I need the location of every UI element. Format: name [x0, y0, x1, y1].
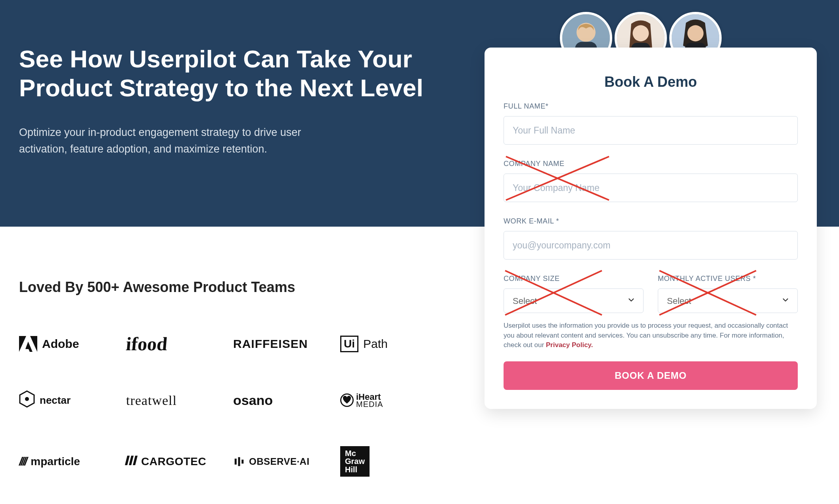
field-group-full-name: FULL NAME*	[504, 102, 798, 145]
logo-uipath: UiPath	[340, 336, 420, 352]
demo-form-card: Book A Demo FULL NAME* COMPANY NAME WORK…	[485, 48, 817, 409]
label-work-email: WORK E-MAIL *	[504, 217, 798, 225]
label-full-name: FULL NAME*	[504, 102, 798, 111]
logo-treatwell: treatwell	[126, 393, 229, 408]
hero-title: See How Userpilot Can Take Your Product …	[19, 44, 423, 102]
disclosure-text: Userpilot uses the information you provi…	[504, 321, 798, 350]
logo-mparticle: //// mparticle	[19, 455, 122, 468]
company-size-select[interactable]: Select	[504, 288, 644, 313]
form-title: Book A Demo	[504, 74, 798, 90]
book-demo-button[interactable]: BOOK A DEMO	[504, 361, 798, 390]
logo-text: mparticle	[31, 455, 80, 468]
full-name-input[interactable]	[504, 116, 798, 145]
logo-text: nectar	[40, 394, 71, 407]
hero-content: See How Userpilot Can Take Your Product …	[19, 44, 423, 158]
svg-marker-0	[19, 336, 26, 352]
field-group-company-size: COMPANY SIZE Select	[504, 275, 644, 313]
svg-point-16	[688, 25, 704, 42]
logo-adobe: Adobe	[19, 336, 122, 352]
logo-nectar: nectar	[19, 390, 122, 410]
label-company-name: COMPANY NAME	[504, 160, 798, 168]
svg-point-4	[25, 397, 29, 401]
svg-rect-6	[235, 458, 237, 464]
logo-grid: Adobe ifood RAIFFEISEN UiPath nectar tre…	[19, 333, 420, 477]
svg-rect-8	[241, 460, 243, 464]
label-mau: MONTHLY ACTIVE USERS *	[658, 275, 798, 283]
privacy-policy-link[interactable]: Privacy Policy.	[546, 341, 593, 349]
logo-ifood: ifood	[126, 333, 229, 355]
field-group-work-email: WORK E-MAIL *	[504, 217, 798, 260]
logo-mcgraw-hill: McGrawHill	[340, 446, 420, 477]
svg-marker-2	[25, 342, 33, 352]
logo-text: osano	[233, 393, 273, 408]
logo-observe-ai: OBSERVE·AI	[233, 456, 336, 468]
logo-text: RAIFFEISEN	[233, 337, 308, 351]
logo-iheart-media: iHeartMEDIA	[340, 393, 420, 408]
svg-rect-7	[238, 457, 240, 466]
mau-select[interactable]: Select	[658, 288, 798, 313]
social-proof-heading: Loved By 500+ Awesome Product Teams	[19, 279, 295, 296]
work-email-input[interactable]	[504, 231, 798, 260]
company-name-input[interactable]	[504, 174, 798, 202]
logo-text: Adobe	[42, 337, 79, 351]
logo-text: OBSERVE·AI	[249, 456, 310, 467]
logo-text: CARGOTEC	[141, 455, 206, 468]
logo-osano: osano	[233, 393, 336, 408]
label-company-size: COMPANY SIZE	[504, 275, 644, 283]
field-group-company-name: COMPANY NAME	[504, 160, 798, 202]
logo-text: ifood	[125, 333, 169, 355]
logo-text: treatwell	[126, 393, 177, 408]
logo-cargotec: CARGOTEC	[126, 455, 229, 468]
svg-point-13	[633, 25, 649, 42]
hero-subtitle: Optimize your in-product engagement stra…	[19, 124, 348, 158]
logo-raiffeisen: RAIFFEISEN	[233, 337, 336, 351]
field-group-monthly-active-users: MONTHLY ACTIVE USERS * Select	[658, 275, 798, 313]
